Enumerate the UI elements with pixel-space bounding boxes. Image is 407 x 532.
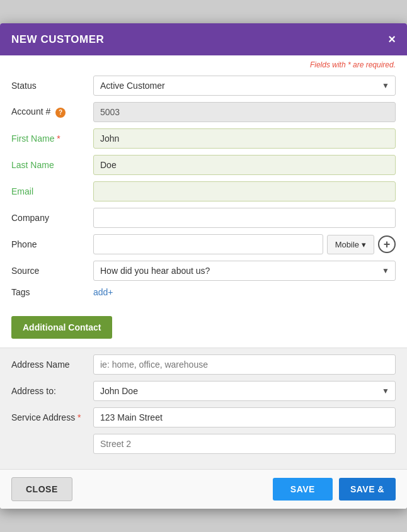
firstname-row: First Name * xyxy=(11,128,396,149)
lastname-label: Last Name xyxy=(11,160,93,170)
address-to-label: Address to: xyxy=(11,386,93,396)
street2-input[interactable] xyxy=(93,434,396,454)
phone-type-arrow: ▾ xyxy=(362,240,366,249)
save-button[interactable]: SAVE xyxy=(273,478,333,501)
company-input[interactable] xyxy=(93,208,396,228)
additional-contact-button[interactable]: Additional Contact xyxy=(11,316,112,339)
address-name-input[interactable] xyxy=(93,354,396,375)
account-row: Account # ? xyxy=(11,102,396,122)
company-row: Company xyxy=(11,208,396,228)
required-note-text: Fields with xyxy=(310,60,348,69)
phone-input[interactable] xyxy=(93,234,323,254)
address-name-row: Address Name xyxy=(11,354,396,375)
service-address-input[interactable] xyxy=(93,407,396,427)
modal-header: NEW CUSTOMER × xyxy=(0,23,407,55)
footer-actions: SAVE SAVE & xyxy=(273,478,396,501)
status-label: Status xyxy=(11,81,93,91)
email-label: Email xyxy=(11,186,93,196)
lastname-row: Last Name xyxy=(11,155,396,175)
firstname-required-star: * xyxy=(57,133,60,144)
address-name-label: Address Name xyxy=(11,359,93,370)
address-section: Address Name Address to: John Doe ▼ Serv… xyxy=(0,348,407,469)
status-select[interactable]: Active Customer Inactive Customer Lead P… xyxy=(93,76,396,96)
account-input[interactable] xyxy=(93,102,396,122)
new-customer-modal: NEW CUSTOMER × Fields with * are require… xyxy=(0,23,407,509)
phone-type-button[interactable]: Mobile ▾ xyxy=(327,235,374,254)
service-required-star: * xyxy=(77,412,81,422)
phone-type-label: Mobile xyxy=(335,240,359,249)
required-note-suffix: are required. xyxy=(351,60,396,69)
email-input[interactable] xyxy=(93,181,396,201)
company-label: Company xyxy=(11,213,93,223)
service-address-label: Service Address * xyxy=(11,412,93,422)
required-note: Fields with * are required. xyxy=(0,55,407,72)
save-and-button[interactable]: SAVE & xyxy=(339,478,396,501)
firstname-label: First Name * xyxy=(11,133,93,144)
status-select-wrapper: Active Customer Inactive Customer Lead P… xyxy=(93,76,396,96)
modal-footer: CLOSE SAVE SAVE & xyxy=(0,469,407,509)
firstname-input[interactable] xyxy=(93,128,396,149)
main-form: Status Active Customer Inactive Customer… xyxy=(0,72,407,310)
source-label: Source xyxy=(11,266,93,276)
service-address-row: Service Address * xyxy=(11,407,396,427)
source-row: Source How did you hear about us? ▼ xyxy=(11,261,396,281)
modal-body: Fields with * are required. Status Activ… xyxy=(0,55,407,469)
account-help-icon[interactable]: ? xyxy=(55,108,66,118)
tags-add-link[interactable]: add+ xyxy=(93,287,113,297)
phone-label: Phone xyxy=(11,239,93,249)
lastname-input[interactable] xyxy=(93,155,396,175)
address-to-row: Address to: John Doe ▼ xyxy=(11,381,396,401)
source-select[interactable]: How did you hear about us? xyxy=(93,261,396,281)
close-button[interactable]: CLOSE xyxy=(11,477,72,501)
tags-row: Tags add+ xyxy=(11,287,396,297)
phone-add-button[interactable]: + xyxy=(378,235,396,253)
address-to-select-wrapper: John Doe ▼ xyxy=(93,381,396,401)
email-row: Email xyxy=(11,181,396,201)
phone-row: Phone Mobile ▾ + xyxy=(11,234,396,254)
address-to-select[interactable]: John Doe xyxy=(93,381,396,401)
status-row: Status Active Customer Inactive Customer… xyxy=(11,76,396,96)
street2-row xyxy=(11,434,396,454)
account-label: Account # ? xyxy=(11,106,93,118)
phone-controls: Mobile ▾ + xyxy=(93,234,396,254)
modal-title: NEW CUSTOMER xyxy=(11,33,104,46)
source-select-wrapper: How did you hear about us? ▼ xyxy=(93,261,396,281)
tags-label: Tags xyxy=(11,287,93,297)
close-icon[interactable]: × xyxy=(388,32,396,47)
